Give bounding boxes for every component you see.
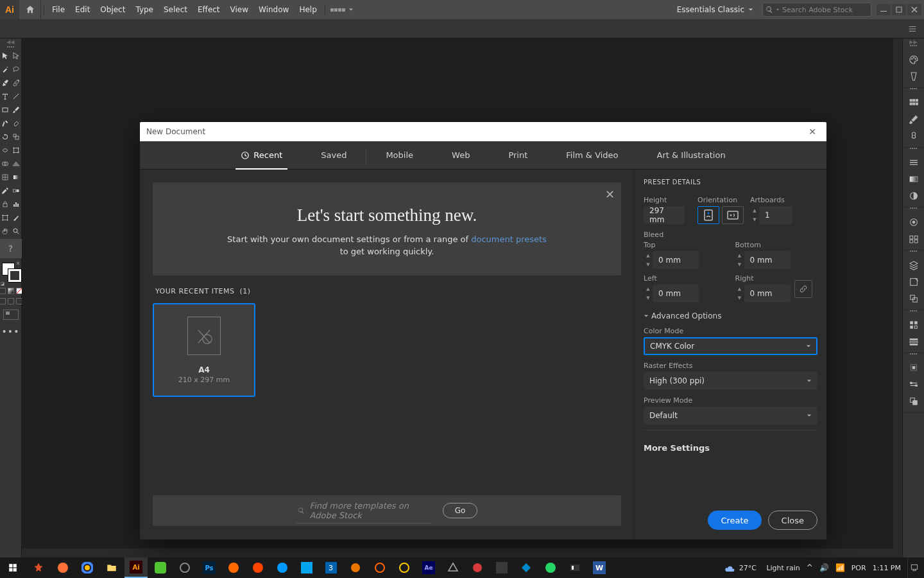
file-menu[interactable]: File: [47, 0, 70, 19]
app-icon[interactable]: [173, 557, 196, 578]
go-button[interactable]: Go: [443, 503, 478, 518]
line-segment-tool[interactable]: [11, 89, 22, 103]
swatches-panel-icon[interactable]: [903, 94, 924, 111]
bleed-right-input[interactable]: 0 mm: [744, 285, 791, 302]
create-button[interactable]: Create: [708, 511, 761, 530]
bleed-left-stepper[interactable]: ▲▼: [644, 285, 653, 302]
fill-stroke-swatch[interactable]: ⤭ ◪: [0, 261, 22, 286]
more-settings-button[interactable]: More Settings: [644, 443, 817, 453]
network-icon[interactable]: 📶: [835, 563, 845, 572]
libraries-panel-icon[interactable]: [903, 317, 924, 333]
tab-mobile[interactable]: Mobile: [366, 141, 432, 170]
mesh-tool[interactable]: [0, 170, 11, 184]
language-indicator[interactable]: POR: [851, 564, 866, 572]
default-fill-stroke-icon[interactable]: ◪: [1, 281, 6, 286]
app-icon[interactable]: [27, 557, 50, 578]
bleed-top-stepper[interactable]: ▲▼: [644, 251, 653, 269]
volume-icon[interactable]: 🔊: [819, 563, 829, 572]
bleed-left-input[interactable]: 0 mm: [653, 285, 699, 302]
app-icon[interactable]: [76, 557, 99, 578]
perspective-grid-tool[interactable]: [11, 157, 22, 170]
dialog-close-button[interactable]: ✕: [805, 125, 820, 138]
maximize-button[interactable]: [892, 4, 906, 15]
column-graph-tool[interactable]: [11, 197, 22, 211]
word-icon[interactable]: W: [588, 557, 611, 578]
app-icon[interactable]: [246, 557, 270, 578]
gradient-panel-icon[interactable]: [903, 171, 924, 188]
color-guide-panel-icon[interactable]: [903, 68, 924, 85]
width-tool[interactable]: [0, 143, 11, 157]
hand-tool[interactable]: [0, 224, 11, 238]
file-explorer-icon[interactable]: [100, 557, 123, 578]
app-icon[interactable]: [393, 557, 416, 578]
shape-builder-tool[interactable]: [0, 157, 11, 170]
transform-panel-icon[interactable]: [903, 376, 924, 393]
app-icon[interactable]: [441, 557, 465, 578]
close-button[interactable]: [907, 4, 921, 15]
app-icon[interactable]: 3: [320, 557, 343, 578]
asset-export-panel-icon[interactable]: [903, 274, 924, 290]
app-icon[interactable]: [368, 557, 391, 578]
list-icon[interactable]: [903, 21, 921, 37]
action-center-icon[interactable]: [907, 557, 920, 578]
brushes-panel-icon[interactable]: [903, 111, 924, 128]
start-button[interactable]: [0, 557, 26, 578]
unknown-tool[interactable]: ?: [0, 239, 22, 258]
recent-preset-a4[interactable]: A4 210 x 297 mm: [153, 303, 255, 397]
app-icon[interactable]: [271, 557, 294, 578]
color-mode-none[interactable]: [16, 288, 22, 294]
app-icon[interactable]: [515, 557, 538, 578]
screen-mode-icon[interactable]: [3, 310, 19, 320]
shaper-tool[interactable]: [0, 116, 11, 130]
stock-search-input[interactable]: Find more templates on Adobe Stock: [296, 498, 431, 523]
graphic-styles-panel-icon[interactable]: [903, 231, 924, 247]
gradient-tool[interactable]: [11, 170, 22, 184]
photoshop-icon[interactable]: Ps: [198, 557, 221, 578]
edit-menu[interactable]: Edit: [70, 0, 95, 19]
advanced-options-toggle[interactable]: Advanced Options: [644, 311, 817, 320]
orientation-landscape[interactable]: [722, 206, 744, 224]
bleed-top-input[interactable]: 0 mm: [653, 251, 699, 269]
preview-mode-select[interactable]: Default: [644, 407, 817, 425]
tray-chevron-icon[interactable]: ^: [807, 563, 813, 572]
artboards-stepper[interactable]: ▲▼: [750, 206, 759, 224]
scale-tool[interactable]: [11, 130, 22, 143]
app-icon[interactable]: [51, 557, 74, 578]
rectangle-tool[interactable]: [0, 103, 11, 116]
effect-menu[interactable]: Effect: [193, 0, 225, 19]
app-icon[interactable]: [490, 557, 513, 578]
selection-tool[interactable]: [0, 49, 11, 62]
app-icon[interactable]: [563, 557, 586, 578]
color-mode-select[interactable]: CMYK Color: [644, 337, 817, 355]
symbol-sprayer-tool[interactable]: [0, 197, 11, 211]
bleed-bottom-input[interactable]: 0 mm: [744, 251, 791, 269]
zoom-tool[interactable]: [11, 224, 22, 238]
whatsapp-icon[interactable]: [539, 557, 562, 578]
magic-wand-tool[interactable]: [0, 62, 11, 76]
app-icon[interactable]: [222, 557, 245, 578]
eraser-tool[interactable]: [11, 116, 22, 130]
lasso-tool[interactable]: [11, 62, 22, 76]
edit-toolbar-icon[interactable]: •••: [2, 326, 20, 337]
direct-selection-tool[interactable]: [11, 49, 22, 62]
bleed-right-stepper[interactable]: ▲▼: [735, 285, 744, 302]
draw-inside[interactable]: [16, 298, 22, 304]
raster-effects-select[interactable]: High (300 ppi): [644, 372, 817, 390]
expand-panels-handle[interactable]: ▶▶: [903, 39, 924, 45]
align-panel-icon[interactable]: [903, 360, 924, 376]
app-icon[interactable]: [149, 557, 172, 578]
select-menu[interactable]: Select: [158, 0, 193, 19]
type-tool[interactable]: [0, 89, 11, 103]
artboards-panel-icon[interactable]: [903, 290, 924, 307]
collapse-handle[interactable]: ◀◀: [0, 39, 21, 45]
bleed-bottom-stepper[interactable]: ▲▼: [735, 251, 744, 269]
tab-print[interactable]: Print: [489, 141, 547, 170]
link-bleed-icon[interactable]: [794, 280, 812, 298]
slice-tool[interactable]: [11, 211, 22, 224]
window-menu[interactable]: Window: [253, 0, 294, 19]
curvature-tool[interactable]: [11, 76, 22, 89]
properties-panel-icon[interactable]: [903, 333, 924, 350]
layers-panel-icon[interactable]: [903, 257, 924, 274]
color-mode-gradient[interactable]: [8, 288, 14, 294]
draw-normal[interactable]: [0, 298, 6, 304]
